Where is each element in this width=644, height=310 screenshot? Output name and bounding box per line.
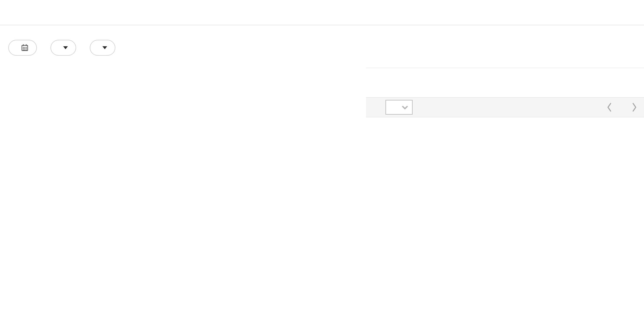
page-title <box>0 0 644 6</box>
chevron-down-icon <box>63 46 68 49</box>
cost-chart <box>0 130 366 309</box>
table-header-row <box>366 68 644 98</box>
previous-page-button[interactable] <box>606 102 613 112</box>
page-header <box>0 0 644 25</box>
total-row <box>366 117 644 140</box>
page-number <box>386 100 397 114</box>
chevron-down-icon <box>398 100 412 114</box>
pagination-bar <box>366 98 644 117</box>
page-select[interactable] <box>385 100 413 115</box>
cost-table <box>366 68 644 140</box>
clusters-filter-button[interactable] <box>50 40 76 56</box>
next-page-button[interactable] <box>631 102 638 112</box>
group-by-button[interactable] <box>90 40 115 56</box>
filters-bar <box>8 40 115 56</box>
chevron-down-icon <box>102 46 107 49</box>
calendar-icon <box>21 44 29 52</box>
time-range-filter-button[interactable] <box>8 40 37 56</box>
